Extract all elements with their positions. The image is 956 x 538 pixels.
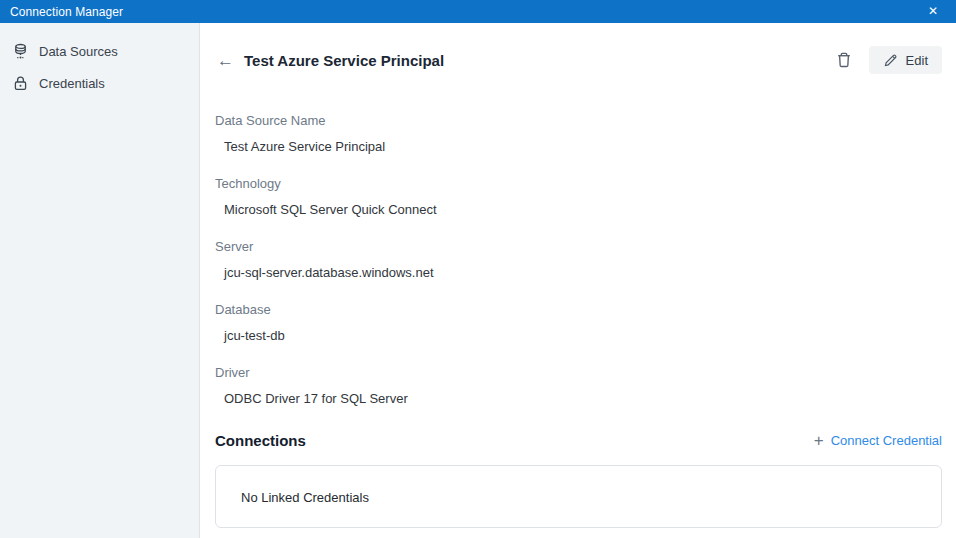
window-title: Connection Manager	[10, 5, 920, 19]
field-value: ODBC Driver 17 for SQL Server	[215, 391, 942, 406]
edit-button-label: Edit	[906, 53, 928, 68]
field-label: Server	[215, 239, 942, 254]
sidebar-item-data-sources[interactable]: Data Sources	[0, 35, 199, 67]
field-value: Microsoft SQL Server Quick Connect	[215, 202, 942, 217]
credentials-empty-card: No Linked Credentials	[215, 465, 942, 528]
connect-credential-button[interactable]: + Connect Credential	[814, 432, 942, 449]
connect-credential-label: Connect Credential	[831, 433, 942, 448]
field-value: jcu-sql-server.database.windows.net	[215, 265, 942, 280]
field-server: Server jcu-sql-server.database.windows.n…	[215, 239, 942, 280]
trash-icon	[835, 51, 853, 69]
connections-heading: Connections	[215, 432, 814, 449]
field-label: Driver	[215, 365, 942, 380]
field-data-source-name: Data Source Name Test Azure Service Prin…	[215, 113, 942, 154]
connections-header: Connections + Connect Credential	[215, 432, 942, 449]
field-label: Technology	[215, 176, 942, 191]
sidebar: Data Sources Credentials	[0, 23, 200, 538]
field-label: Data Source Name	[215, 113, 942, 128]
close-icon[interactable]: ✕	[920, 0, 946, 23]
delete-button[interactable]	[833, 49, 855, 71]
window-body: Data Sources Credentials ← Test Azure Se…	[0, 23, 956, 538]
lock-icon	[12, 75, 29, 92]
sidebar-item-label: Data Sources	[39, 44, 118, 59]
header-actions: Edit	[833, 46, 942, 74]
field-value: jcu-test-db	[215, 328, 942, 343]
plus-icon: +	[814, 432, 824, 449]
field-value: Test Azure Service Principal	[215, 139, 942, 154]
database-icon	[12, 43, 29, 60]
detail-panel: ← Test Azure Service Principal	[200, 23, 956, 538]
titlebar: Connection Manager ✕	[0, 0, 956, 23]
pencil-icon	[883, 53, 898, 68]
back-button[interactable]: ←	[215, 50, 236, 71]
field-label: Database	[215, 302, 942, 317]
detail-header: ← Test Azure Service Principal	[215, 45, 942, 75]
empty-state-text: No Linked Credentials	[241, 490, 369, 505]
field-database: Database jcu-test-db	[215, 302, 942, 343]
connection-manager-window: Connection Manager ✕ Data Sources	[0, 0, 956, 538]
field-technology: Technology Microsoft SQL Server Quick Co…	[215, 176, 942, 217]
edit-button[interactable]: Edit	[869, 46, 942, 74]
sidebar-item-credentials[interactable]: Credentials	[0, 67, 199, 99]
page-title: Test Azure Service Principal	[244, 52, 833, 69]
sidebar-item-label: Credentials	[39, 76, 105, 91]
field-driver: Driver ODBC Driver 17 for SQL Server	[215, 365, 942, 406]
